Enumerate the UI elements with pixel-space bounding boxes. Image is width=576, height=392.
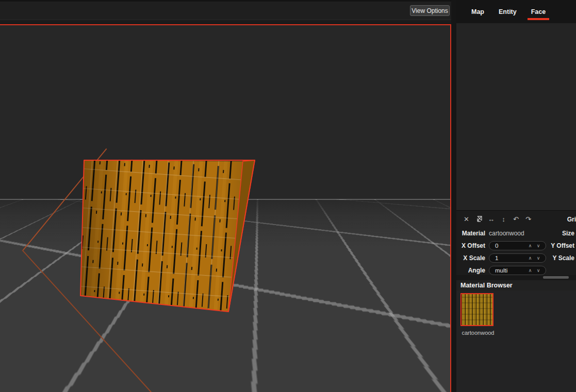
face-panel-empty-area	[456, 23, 576, 210]
spinner-up-icon[interactable]: ∧	[526, 266, 534, 275]
flip-vertical-icon[interactable]: ↕	[500, 215, 507, 223]
brush-face-front[interactable]	[80, 160, 243, 312]
rotate-ccw-icon[interactable]: ↶	[512, 215, 520, 223]
flip-horizontal-icon[interactable]: ↔	[487, 215, 495, 223]
x-offset-label: X Offset	[456, 242, 485, 249]
scrollbar-thumb[interactable]	[543, 276, 569, 279]
x-scale-input[interactable]: 1 ∧ ∨	[489, 253, 546, 263]
spinner-up-icon[interactable]: ∧	[526, 242, 534, 250]
viewport-area: View Options	[0, 0, 451, 392]
material-browser: cartoonwood	[456, 291, 576, 392]
reset-icon[interactable]: ✕	[463, 215, 470, 223]
grid-label: Gri	[567, 211, 576, 228]
size-label: Size	[562, 230, 574, 237]
spinner-down-icon[interactable]: ∨	[534, 242, 542, 250]
material-browser-header: Material Browser	[456, 280, 576, 291]
spinner-down-icon[interactable]: ∨	[534, 266, 542, 275]
face-toolbar: ✕ ↔ ↕ ↶ ↷ Gri	[456, 210, 576, 227]
angle-label: Angle	[456, 267, 485, 274]
y-offset-label: Y Offset	[551, 242, 574, 249]
y-scale-label: Y Scale	[553, 254, 574, 262]
rotate-cw-icon[interactable]: ↷	[524, 215, 532, 223]
material-thumbnail-caption: cartoonwood	[459, 330, 497, 336]
x-scale-label: X Scale	[456, 254, 485, 262]
view-options-button[interactable]: View Options	[410, 5, 450, 16]
spinner-down-icon[interactable]: ∨	[534, 254, 542, 262]
x-offset-value[interactable]: 0	[495, 243, 526, 249]
angle-value[interactable]: multi	[495, 267, 526, 274]
spinner-up-icon[interactable]: ∧	[526, 254, 534, 262]
horizontal-scrollbar[interactable]	[456, 275, 576, 280]
angle-input[interactable]: multi ∧ ∨	[489, 266, 546, 275]
tab-entity[interactable]: Entity	[495, 8, 520, 15]
viewport-toolbar: View Options	[0, 0, 451, 24]
inspector-panel: Map Entity Face ✕ ↔ ↕ ↶ ↷ Gri Material	[451, 0, 576, 392]
material-value: cartoonwood	[489, 230, 524, 237]
x-scale-value[interactable]: 1	[495, 255, 526, 261]
x-offset-input[interactable]: 0 ∧ ∨	[489, 241, 546, 250]
selected-brush[interactable]	[0, 25, 451, 392]
reset-to-world-icon[interactable]	[475, 215, 483, 223]
inspector-tabbar: Map Entity Face	[456, 0, 576, 23]
3d-viewport[interactable]	[0, 24, 451, 392]
tab-map[interactable]: Map	[468, 8, 488, 15]
x-offset-row: X Offset 0 ∧ ∨ Y Offset	[456, 240, 576, 252]
tab-face[interactable]: Face	[528, 8, 550, 15]
map-editor-window: View Options	[0, 0, 576, 392]
material-thumbnail-cartoonwood[interactable]	[460, 293, 493, 326]
material-row: Material cartoonwood Size	[456, 227, 576, 240]
material-label: Material	[456, 230, 485, 237]
face-attributes: Material cartoonwood Size X Offset 0 ∧ ∨…	[456, 227, 576, 275]
x-scale-row: X Scale 1 ∧ ∨ Y Scale	[456, 252, 576, 264]
